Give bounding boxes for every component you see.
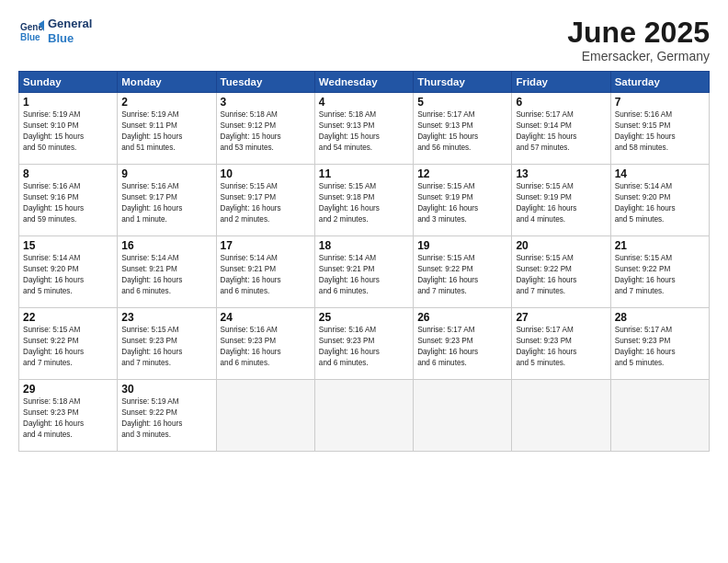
logo-text-line2: Blue xyxy=(48,31,92,46)
table-row: 1Sunrise: 5:19 AM Sunset: 9:10 PM Daylig… xyxy=(19,93,118,165)
table-row: 12Sunrise: 5:15 AM Sunset: 9:19 PM Dayli… xyxy=(414,165,512,236)
cell-info: Sunrise: 5:14 AM Sunset: 9:21 PM Dayligh… xyxy=(121,253,211,297)
table-row xyxy=(610,380,709,452)
day-number: 7 xyxy=(615,96,705,109)
day-number: 24 xyxy=(221,311,311,324)
logo: General Blue General Blue xyxy=(18,17,92,45)
cell-info: Sunrise: 5:17 AM Sunset: 9:13 PM Dayligh… xyxy=(417,109,507,154)
table-row: 14Sunrise: 5:14 AM Sunset: 9:20 PM Dayli… xyxy=(610,165,709,236)
calendar-table: Sunday Monday Tuesday Wednesday Thursday… xyxy=(18,71,710,452)
day-number: 28 xyxy=(615,311,705,324)
table-row xyxy=(512,380,610,452)
table-row: 23Sunrise: 5:15 AM Sunset: 9:23 PM Dayli… xyxy=(118,308,216,380)
cell-info: Sunrise: 5:15 AM Sunset: 9:19 PM Dayligh… xyxy=(417,181,507,225)
title-block: June 2025 Emersacker, Germany xyxy=(567,17,710,63)
col-wednesday: Wednesday xyxy=(314,72,413,93)
table-row: 25Sunrise: 5:16 AM Sunset: 9:23 PM Dayli… xyxy=(314,308,413,380)
table-row: 27Sunrise: 5:17 AM Sunset: 9:23 PM Dayli… xyxy=(512,308,610,380)
col-thursday: Thursday xyxy=(414,72,512,93)
col-monday: Monday xyxy=(118,72,216,93)
table-row: 2Sunrise: 5:19 AM Sunset: 9:11 PM Daylig… xyxy=(118,93,216,165)
header: General Blue General Blue June 2025 Emer… xyxy=(18,17,710,63)
day-number: 12 xyxy=(417,167,507,180)
header-row: Sunday Monday Tuesday Wednesday Thursday… xyxy=(19,72,710,93)
table-row: 10Sunrise: 5:15 AM Sunset: 9:17 PM Dayli… xyxy=(216,165,314,236)
table-row: 6Sunrise: 5:17 AM Sunset: 9:14 PM Daylig… xyxy=(512,93,610,165)
cell-info: Sunrise: 5:15 AM Sunset: 9:22 PM Dayligh… xyxy=(615,253,705,297)
day-number: 26 xyxy=(417,311,507,324)
day-number: 1 xyxy=(23,96,113,109)
table-row: 17Sunrise: 5:14 AM Sunset: 9:21 PM Dayli… xyxy=(216,236,314,308)
table-row: 19Sunrise: 5:15 AM Sunset: 9:22 PM Dayli… xyxy=(414,236,512,308)
table-row: 13Sunrise: 5:15 AM Sunset: 9:19 PM Dayli… xyxy=(512,165,610,236)
day-number: 16 xyxy=(121,239,211,252)
cell-info: Sunrise: 5:14 AM Sunset: 9:20 PM Dayligh… xyxy=(23,253,113,297)
table-row: 20Sunrise: 5:15 AM Sunset: 9:22 PM Dayli… xyxy=(512,236,610,308)
day-number: 10 xyxy=(221,167,311,180)
day-number: 11 xyxy=(319,167,409,180)
table-row: 21Sunrise: 5:15 AM Sunset: 9:22 PM Dayli… xyxy=(610,236,709,308)
table-row: 5Sunrise: 5:17 AM Sunset: 9:13 PM Daylig… xyxy=(414,93,512,165)
cell-info: Sunrise: 5:15 AM Sunset: 9:22 PM Dayligh… xyxy=(516,253,606,297)
table-row: 7Sunrise: 5:16 AM Sunset: 9:15 PM Daylig… xyxy=(610,93,709,165)
day-number: 18 xyxy=(319,239,409,252)
table-row: 11Sunrise: 5:15 AM Sunset: 9:18 PM Dayli… xyxy=(314,165,413,236)
day-number: 27 xyxy=(516,311,606,324)
day-number: 4 xyxy=(319,96,409,109)
day-number: 8 xyxy=(23,167,113,180)
table-row: 30Sunrise: 5:19 AM Sunset: 9:22 PM Dayli… xyxy=(118,380,216,452)
cell-info: Sunrise: 5:17 AM Sunset: 9:23 PM Dayligh… xyxy=(417,325,507,369)
table-row xyxy=(216,380,314,452)
cell-info: Sunrise: 5:14 AM Sunset: 9:21 PM Dayligh… xyxy=(319,253,409,297)
table-row: 4Sunrise: 5:18 AM Sunset: 9:13 PM Daylig… xyxy=(314,93,413,165)
table-row: 9Sunrise: 5:16 AM Sunset: 9:17 PM Daylig… xyxy=(118,165,216,236)
col-friday: Friday xyxy=(512,72,610,93)
table-row: 18Sunrise: 5:14 AM Sunset: 9:21 PM Dayli… xyxy=(314,236,413,308)
day-number: 13 xyxy=(516,167,606,180)
day-number: 15 xyxy=(23,239,113,252)
cell-info: Sunrise: 5:16 AM Sunset: 9:16 PM Dayligh… xyxy=(23,181,113,225)
col-sunday: Sunday xyxy=(19,72,118,93)
table-row: 22Sunrise: 5:15 AM Sunset: 9:22 PM Dayli… xyxy=(19,308,118,380)
location: Emersacker, Germany xyxy=(567,49,710,63)
table-row: 3Sunrise: 5:18 AM Sunset: 9:12 PM Daylig… xyxy=(216,93,314,165)
cell-info: Sunrise: 5:15 AM Sunset: 9:18 PM Dayligh… xyxy=(319,181,409,225)
cell-info: Sunrise: 5:14 AM Sunset: 9:20 PM Dayligh… xyxy=(615,181,705,225)
cell-info: Sunrise: 5:16 AM Sunset: 9:17 PM Dayligh… xyxy=(121,181,211,225)
cell-info: Sunrise: 5:16 AM Sunset: 9:15 PM Dayligh… xyxy=(615,109,705,154)
cell-info: Sunrise: 5:18 AM Sunset: 9:12 PM Dayligh… xyxy=(221,109,311,154)
day-number: 23 xyxy=(121,311,211,324)
day-number: 19 xyxy=(417,239,507,252)
day-number: 20 xyxy=(516,239,606,252)
table-row xyxy=(414,380,512,452)
cell-info: Sunrise: 5:15 AM Sunset: 9:19 PM Dayligh… xyxy=(516,181,606,225)
day-number: 25 xyxy=(319,311,409,324)
table-row: 28Sunrise: 5:17 AM Sunset: 9:23 PM Dayli… xyxy=(610,308,709,380)
table-row xyxy=(314,380,413,452)
day-number: 3 xyxy=(221,96,311,109)
cell-info: Sunrise: 5:15 AM Sunset: 9:22 PM Dayligh… xyxy=(417,253,507,297)
day-number: 5 xyxy=(417,96,507,109)
cell-info: Sunrise: 5:19 AM Sunset: 9:10 PM Dayligh… xyxy=(23,109,113,154)
col-tuesday: Tuesday xyxy=(216,72,314,93)
svg-text:Blue: Blue xyxy=(20,32,40,42)
cell-info: Sunrise: 5:14 AM Sunset: 9:21 PM Dayligh… xyxy=(221,253,311,297)
table-row: 16Sunrise: 5:14 AM Sunset: 9:21 PM Dayli… xyxy=(118,236,216,308)
cell-info: Sunrise: 5:16 AM Sunset: 9:23 PM Dayligh… xyxy=(319,325,409,369)
day-number: 9 xyxy=(121,167,211,180)
day-number: 14 xyxy=(615,167,705,180)
cell-info: Sunrise: 5:16 AM Sunset: 9:23 PM Dayligh… xyxy=(221,325,311,369)
logo-icon: General Blue xyxy=(18,18,44,44)
table-row: 15Sunrise: 5:14 AM Sunset: 9:20 PM Dayli… xyxy=(19,236,118,308)
cell-info: Sunrise: 5:15 AM Sunset: 9:23 PM Dayligh… xyxy=(121,325,211,369)
day-number: 2 xyxy=(121,96,211,109)
col-saturday: Saturday xyxy=(610,72,709,93)
table-row: 26Sunrise: 5:17 AM Sunset: 9:23 PM Dayli… xyxy=(414,308,512,380)
cell-info: Sunrise: 5:17 AM Sunset: 9:23 PM Dayligh… xyxy=(615,325,705,369)
cell-info: Sunrise: 5:15 AM Sunset: 9:22 PM Dayligh… xyxy=(23,325,113,369)
day-number: 30 xyxy=(121,383,211,396)
logo-text-line1: General xyxy=(48,17,92,31)
day-number: 17 xyxy=(221,239,311,252)
day-number: 21 xyxy=(615,239,705,252)
day-number: 6 xyxy=(516,96,606,109)
